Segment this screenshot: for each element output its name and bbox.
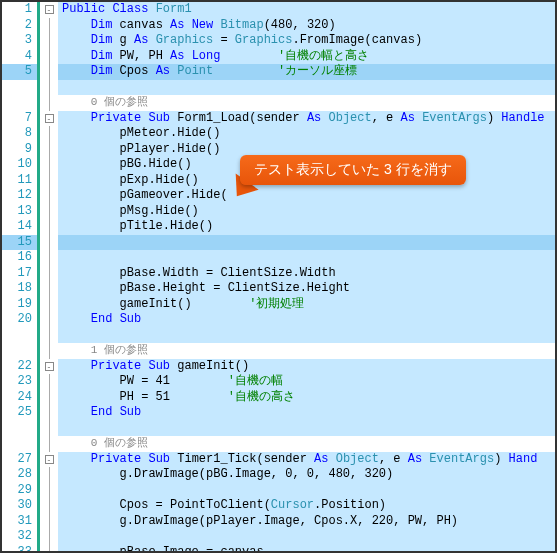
code-line[interactable] bbox=[58, 421, 555, 437]
line-number: 15 bbox=[2, 235, 37, 251]
fold-marker bbox=[40, 529, 58, 545]
line-number: 16 bbox=[2, 250, 37, 266]
code-line[interactable] bbox=[58, 529, 555, 545]
line-number: 13 bbox=[2, 204, 37, 220]
line-number: 32 bbox=[2, 529, 37, 545]
line-number: 23 bbox=[2, 374, 37, 390]
line-number: 17 bbox=[2, 266, 37, 282]
fold-marker bbox=[40, 188, 58, 204]
code-line[interactable]: pMsg.Hide() bbox=[58, 204, 555, 220]
fold-marker bbox=[40, 343, 58, 359]
reference-lens[interactable]: 0 個の参照 bbox=[91, 96, 148, 108]
line-number: 28 bbox=[2, 467, 37, 483]
code-line[interactable]: 0 個の参照 bbox=[58, 95, 555, 111]
code-line[interactable]: pBase.Width = ClientSize.Width bbox=[58, 266, 555, 282]
code-line[interactable] bbox=[58, 80, 555, 96]
fold-marker bbox=[40, 498, 58, 514]
fold-marker bbox=[40, 95, 58, 111]
code-line[interactable]: Cpos = PointToClient(Cursor.Position) bbox=[58, 498, 555, 514]
code-line[interactable]: PH = 51 '自機の高さ bbox=[58, 390, 555, 406]
code-line[interactable]: Dim Cpos As Point 'カーソル座標 bbox=[58, 64, 555, 80]
code-line[interactable]: pTitle.Hide() bbox=[58, 219, 555, 235]
code-line[interactable]: Private Sub Form1_Load(sender As Object,… bbox=[58, 111, 555, 127]
line-number bbox=[2, 328, 37, 344]
code-line[interactable]: End Sub bbox=[58, 312, 555, 328]
code-line[interactable]: Dim PW, PH As Long '自機の幅と高さ bbox=[58, 49, 555, 65]
code-line[interactable]: g.DrawImage(pBG.Image, 0, 0, 480, 320) bbox=[58, 467, 555, 483]
fold-marker[interactable]: - bbox=[40, 359, 58, 375]
code-line[interactable]: pGameover.Hide( bbox=[58, 188, 555, 204]
code-line[interactable]: gameInit() '初期処理 bbox=[58, 297, 555, 313]
line-number: 2 bbox=[2, 18, 37, 34]
code-line[interactable]: Public Class Form1 bbox=[58, 2, 555, 18]
fold-marker bbox=[40, 157, 58, 173]
code-line[interactable]: Private Sub gameInit() bbox=[58, 359, 555, 375]
line-number: 18 bbox=[2, 281, 37, 297]
line-number: 8 bbox=[2, 126, 37, 142]
code-line[interactable]: pBase.Image = canvas bbox=[58, 545, 555, 552]
code-line[interactable] bbox=[58, 250, 555, 266]
fold-marker bbox=[40, 467, 58, 483]
line-number: 30 bbox=[2, 498, 37, 514]
fold-marker bbox=[40, 545, 58, 554]
line-number: 11 bbox=[2, 173, 37, 189]
fold-marker[interactable]: - bbox=[40, 452, 58, 468]
fold-marker bbox=[40, 266, 58, 282]
fold-marker bbox=[40, 33, 58, 49]
line-number: 33 bbox=[2, 545, 37, 554]
fold-column: ---- bbox=[40, 2, 58, 551]
collapse-icon[interactable]: - bbox=[45, 362, 54, 371]
code-line[interactable]: 1 個の参照 bbox=[58, 343, 555, 359]
fold-marker bbox=[40, 80, 58, 96]
code-area[interactable]: Public Class Form1 Dim canvas As New Bit… bbox=[58, 2, 555, 551]
fold-marker[interactable]: - bbox=[40, 2, 58, 18]
fold-marker bbox=[40, 421, 58, 437]
fold-marker bbox=[40, 436, 58, 452]
fold-marker bbox=[40, 64, 58, 80]
fold-marker bbox=[40, 390, 58, 406]
fold-marker bbox=[40, 483, 58, 499]
fold-marker bbox=[40, 514, 58, 530]
collapse-icon[interactable]: - bbox=[45, 114, 54, 123]
code-line[interactable]: 0 個の参照 bbox=[58, 436, 555, 452]
code-line[interactable]: pMeteor.Hide() bbox=[58, 126, 555, 142]
line-number: 22 bbox=[2, 359, 37, 375]
collapse-icon[interactable]: - bbox=[45, 5, 54, 14]
collapse-icon[interactable]: - bbox=[45, 455, 54, 464]
line-number bbox=[2, 436, 37, 452]
line-number-gutter: 1234578910111213141516171819202223242527… bbox=[2, 2, 40, 551]
fold-marker bbox=[40, 142, 58, 158]
fold-marker bbox=[40, 126, 58, 142]
code-line[interactable]: PW = 41 '自機の幅 bbox=[58, 374, 555, 390]
code-line[interactable]: End Sub bbox=[58, 405, 555, 421]
fold-marker bbox=[40, 405, 58, 421]
line-number: 29 bbox=[2, 483, 37, 499]
line-number: 4 bbox=[2, 49, 37, 65]
line-number: 5 bbox=[2, 64, 37, 80]
fold-marker bbox=[40, 297, 58, 313]
code-editor: 1234578910111213141516171819202223242527… bbox=[0, 0, 557, 553]
fold-marker[interactable]: - bbox=[40, 111, 58, 127]
fold-marker bbox=[40, 328, 58, 344]
code-line[interactable]: Private Sub Timer1_Tick(sender As Object… bbox=[58, 452, 555, 468]
fold-marker bbox=[40, 219, 58, 235]
reference-lens[interactable]: 0 個の参照 bbox=[91, 437, 148, 449]
line-number: 20 bbox=[2, 312, 37, 328]
code-line[interactable] bbox=[58, 235, 555, 251]
code-line[interactable] bbox=[58, 483, 555, 499]
reference-lens[interactable]: 1 個の参照 bbox=[91, 344, 148, 356]
code-line[interactable] bbox=[58, 328, 555, 344]
line-number: 9 bbox=[2, 142, 37, 158]
line-number: 31 bbox=[2, 514, 37, 530]
code-line[interactable]: pBase.Height = ClientSize.Height bbox=[58, 281, 555, 297]
line-number: 1 bbox=[2, 2, 37, 18]
code-line[interactable]: Dim g As Graphics = Graphics.FromImage(c… bbox=[58, 33, 555, 49]
line-number: 24 bbox=[2, 390, 37, 406]
fold-marker bbox=[40, 49, 58, 65]
annotation-callout: テスト表示していた 3 行を消す bbox=[240, 155, 466, 185]
line-number: 10 bbox=[2, 157, 37, 173]
code-line[interactable]: g.DrawImage(pPlayer.Image, Cpos.X, 220, … bbox=[58, 514, 555, 530]
line-number bbox=[2, 95, 37, 111]
line-number: 3 bbox=[2, 33, 37, 49]
code-line[interactable]: Dim canvas As New Bitmap(480, 320) bbox=[58, 18, 555, 34]
